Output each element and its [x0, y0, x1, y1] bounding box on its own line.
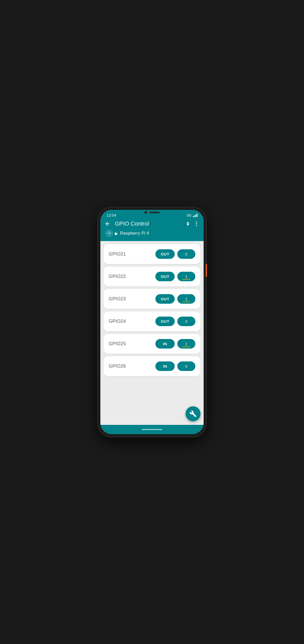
gpio-mode-button[interactable]: IN — [155, 361, 175, 371]
gpio-label: GPIO26 — [109, 364, 126, 369]
svg-point-6 — [110, 233, 110, 234]
gpio-card: GPIO23 OUT 1 — [103, 289, 201, 309]
svg-point-5 — [108, 233, 108, 234]
status-icons: 3G — [187, 213, 197, 217]
gpio-controls: OUT 1 — [155, 272, 195, 281]
gpio-value-button[interactable]: 0 — [177, 361, 195, 371]
gpio-mode-button[interactable]: OUT — [155, 294, 175, 304]
more-options-button[interactable] — [193, 221, 199, 227]
device-icon — [106, 230, 113, 237]
svg-point-2 — [196, 225, 197, 226]
svg-point-0 — [196, 221, 197, 222]
sort-button[interactable] — [187, 222, 189, 226]
gpio-mode-button[interactable]: IN — [155, 339, 175, 349]
side-button — [206, 264, 207, 277]
gpio-label: GPIO21 — [109, 251, 126, 257]
svg-point-1 — [196, 223, 197, 224]
home-indicator — [142, 429, 162, 430]
gpio-mode-button[interactable]: OUT — [155, 272, 175, 281]
gpio-mode-button[interactable]: OUT — [155, 317, 175, 326]
camera-dot — [144, 211, 147, 214]
gpio-list: GPIO21 OUT 0 GPIO22 OUT 1 GPIO23 OUT 1 G… — [100, 241, 204, 425]
toolbar-icons — [187, 221, 199, 227]
gpio-label: GPIO25 — [109, 341, 126, 346]
breadcrumb-device[interactable]: Raspberry Pi 4 — [120, 231, 149, 236]
gpio-value-button[interactable]: 1 — [177, 339, 195, 349]
gpio-controls: OUT 0 — [155, 249, 195, 259]
gpio-controls: OUT 0 — [155, 317, 195, 326]
gpio-mode-button[interactable]: OUT — [155, 249, 175, 259]
sort-icon — [187, 222, 189, 226]
gpio-card: GPIO26 IN 0 — [103, 356, 201, 376]
gpio-card: GPIO22 OUT 1 — [103, 267, 201, 286]
page-title: GPIO Control — [115, 220, 187, 227]
gpio-value-button[interactable]: 0 — [177, 249, 195, 259]
gpio-card: GPIO21 OUT 0 — [103, 244, 201, 264]
gpio-card: GPIO24 OUT 0 — [103, 311, 201, 331]
breadcrumb-arrow: ▶ — [115, 231, 118, 236]
gpio-value-button[interactable]: 0 — [177, 317, 195, 326]
gpio-label: GPIO22 — [109, 274, 126, 279]
gpio-value-button[interactable]: 1 — [177, 294, 195, 304]
bottom-bar — [100, 425, 204, 434]
breadcrumb: ▶ Raspberry Pi 4 — [105, 230, 199, 237]
gpio-label: GPIO24 — [109, 319, 126, 324]
network-label: 3G — [187, 213, 191, 217]
gpio-card: GPIO25 IN 1 — [103, 334, 201, 354]
fab-button[interactable] — [186, 406, 201, 421]
svg-point-4 — [109, 232, 110, 233]
status-time: 12:04 — [107, 213, 116, 217]
gpio-controls: IN 0 — [155, 361, 195, 371]
gpio-controls: IN 1 — [155, 339, 195, 349]
gpio-controls: OUT 1 — [155, 294, 195, 304]
app-bar: GPIO Control — [100, 218, 204, 241]
back-button[interactable] — [105, 221, 111, 227]
speaker-slot — [149, 212, 160, 213]
gpio-value-button[interactable]: 1 — [177, 272, 195, 281]
signal-icon — [193, 213, 197, 217]
gpio-label: GPIO23 — [109, 296, 126, 302]
